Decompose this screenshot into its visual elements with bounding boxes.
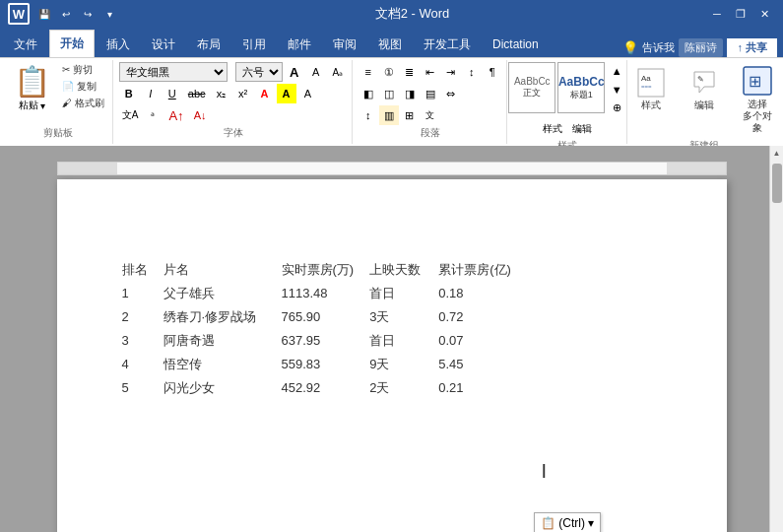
tab-home[interactable]: 开始 <box>49 30 95 57</box>
title-bar: W 💾 ↩ ↪ ▾ 文档2 - Word ─ ❐ ✕ <box>0 0 783 28</box>
tab-file[interactable]: 文件 <box>4 32 47 57</box>
tab-insert[interactable]: 插入 <box>97 32 140 57</box>
document-page[interactable]: 排名 片名 实时票房(万) 上映天数 累计票房(亿) 1 父子雄兵 1113.4… <box>57 179 727 532</box>
font-inner: 华文细黑 六号 五号 小四 四号 A A Aₐ B I U <box>119 62 348 125</box>
tab-view[interactable]: 视图 <box>368 32 412 57</box>
decrease-font-button[interactable]: A <box>306 62 326 82</box>
style-expand[interactable]: ⊕ <box>607 99 626 117</box>
row5-rt: 452.92 <box>276 376 364 400</box>
tab-layout[interactable]: 布局 <box>187 32 230 57</box>
tell-me-text[interactable]: 告诉我 <box>642 40 675 55</box>
quick-access-toolbar: 💾 ↩ ↪ ▾ <box>35 5 118 23</box>
justify-button[interactable]: ▤ <box>421 84 440 103</box>
vertical-scrollbar[interactable]: ▲ ▼ <box>769 146 783 532</box>
decrease-indent-button[interactable]: ⇤ <box>421 62 440 82</box>
paste-tooltip-dropdown[interactable]: ▾ <box>588 516 594 530</box>
user-name[interactable]: 陈丽诗 <box>679 38 723 57</box>
close-button[interactable]: ✕ <box>753 5 775 23</box>
tell-me-icon: 💡 <box>622 40 638 55</box>
style-group: AaBbCc 正文 AaBbCc 标题1 ▲ ▼ ⊕ 样式 编辑 样式 <box>509 60 627 144</box>
edit-big-button[interactable]: ✎ 编辑 <box>682 62 727 117</box>
font-color-button[interactable]: A <box>298 84 318 103</box>
italic-button[interactable]: I <box>141 84 161 103</box>
tab-mailings[interactable]: 邮件 <box>278 32 321 57</box>
phonetic-button[interactable]: ᵃ <box>143 105 163 125</box>
bold-button[interactable]: B <box>119 84 139 103</box>
header-rank: 排名 <box>116 258 158 282</box>
highlight-button[interactable]: A <box>277 84 296 103</box>
clear-format-button[interactable]: Aₐ <box>328 62 348 82</box>
east-asian-button[interactable]: 文 <box>421 105 440 125</box>
row4-days: 9天 <box>363 353 432 376</box>
tab-dictation[interactable]: Dictation <box>483 32 549 57</box>
align-right-button[interactable]: ◨ <box>400 84 420 103</box>
shading-button[interactable]: ▥ <box>379 105 399 125</box>
format-painter-button[interactable]: 🖌 格式刷 <box>58 96 108 111</box>
select-objects-button[interactable]: ⊞ 选择多个对象 <box>735 62 780 139</box>
scroll-thumb[interactable] <box>772 164 782 203</box>
font-size-select[interactable]: 六号 五号 小四 四号 <box>235 62 283 82</box>
ruler-margin-left <box>58 163 117 174</box>
edit-button[interactable]: 编辑 <box>568 119 596 139</box>
copy-button[interactable]: 📄 复制 <box>58 79 108 95</box>
user-area: 💡 告诉我 陈丽诗 ↑ 共享 <box>622 38 783 57</box>
row4-name: 悟空传 <box>158 353 276 376</box>
new-group-buttons: Aa === 样式 ✎ 编辑 <box>628 62 780 139</box>
superscript-button[interactable]: x² <box>233 84 253 103</box>
increase-font-button[interactable]: A <box>285 62 304 82</box>
redo-button[interactable]: ↪ <box>79 5 97 23</box>
scroll-up-arrow[interactable]: ▲ <box>770 146 784 160</box>
font-size-up2[interactable]: A↑ <box>164 105 187 125</box>
row2-rt: 765.90 <box>276 305 364 329</box>
numbering-button[interactable]: ① <box>379 62 399 82</box>
share-button[interactable]: ↑ 共享 <box>727 38 777 57</box>
paste-tooltip[interactable]: 📋 (Ctrl) ▾ <box>534 512 601 532</box>
line-spacing-button[interactable]: ↕ <box>359 105 378 125</box>
svg-text:⊞: ⊞ <box>749 73 761 90</box>
bullets-button[interactable]: ≡ <box>359 62 378 82</box>
style-scroll-up[interactable]: ▲ <box>607 62 626 81</box>
tab-review[interactable]: 审阅 <box>323 32 366 57</box>
style-normal[interactable]: AaBbCc 正文 <box>508 62 555 113</box>
style-content: AaBbCc 正文 AaBbCc 标题1 ▲ ▼ ⊕ <box>508 62 626 117</box>
strikethrough-button[interactable]: abc <box>184 84 210 103</box>
paste-button[interactable]: 📋 粘贴 ▾ <box>8 62 56 114</box>
tab-developer[interactable]: 开发工具 <box>414 32 481 57</box>
cut-button[interactable]: ✂ 剪切 <box>58 62 108 78</box>
underline-button[interactable]: U <box>163 84 182 103</box>
paragraph-content: ≡ ① ≣ ⇤ ⇥ ↕ ¶ ◧ ◫ ◨ ▤ ⇔ ↕ ▥ <box>359 62 502 126</box>
style-scroll-down[interactable]: ▼ <box>607 81 626 100</box>
paste-dropdown-icon[interactable]: ▾ <box>40 100 45 111</box>
subscript-button[interactable]: x₂ <box>212 84 231 103</box>
align-left-button[interactable]: ◧ <box>359 84 378 103</box>
styles-button[interactable]: 样式 <box>539 119 566 139</box>
show-marks-button[interactable]: ¶ <box>483 62 502 82</box>
customize-button[interactable]: ▾ <box>100 5 118 23</box>
distribute-button[interactable]: ⇔ <box>441 84 461 103</box>
minimize-button[interactable]: ─ <box>706 5 728 23</box>
tab-design[interactable]: 设计 <box>142 32 185 57</box>
ribbon-tab-row: 文件 开始 插入 设计 布局 引用 邮件 审阅 视图 开发工具 Dictatio… <box>0 28 783 57</box>
sort-button[interactable]: ↕ <box>462 62 482 82</box>
paragraph-group: ≡ ① ≣ ⇤ ⇥ ↕ ¶ ◧ ◫ ◨ ▤ ⇔ ↕ ▥ <box>355 60 507 144</box>
row3-rt: 637.95 <box>276 329 364 353</box>
font-name-select[interactable]: 华文细黑 <box>119 62 228 82</box>
style-big-button[interactable]: Aa === 样式 <box>628 62 674 117</box>
style-controls: ▲ ▼ ⊕ <box>607 62 626 117</box>
save-button[interactable]: 💾 <box>35 5 53 23</box>
multilevel-list-button[interactable]: ≣ <box>400 62 420 82</box>
font-label: 字体 <box>224 126 243 142</box>
para-row2: ◧ ◫ ◨ ▤ ⇔ <box>359 84 502 103</box>
font-size-down2[interactable]: A↓ <box>190 105 211 125</box>
tab-references[interactable]: 引用 <box>232 32 276 57</box>
table-row: 1 父子雄兵 1113.48 首日 0.18 <box>116 282 521 305</box>
style-icon: Aa === <box>635 67 667 99</box>
align-center-button[interactable]: ◫ <box>379 84 399 103</box>
borders-button[interactable]: ⊞ <box>400 105 420 125</box>
restore-button[interactable]: ❐ <box>730 5 751 23</box>
increase-indent-button[interactable]: ⇥ <box>441 62 461 82</box>
text-color-button[interactable]: A <box>255 84 275 103</box>
undo-button[interactable]: ↩ <box>57 5 75 23</box>
chinese-format-button[interactable]: 文A <box>119 105 142 125</box>
style-heading1[interactable]: AaBbCc 标题1 <box>557 62 605 113</box>
